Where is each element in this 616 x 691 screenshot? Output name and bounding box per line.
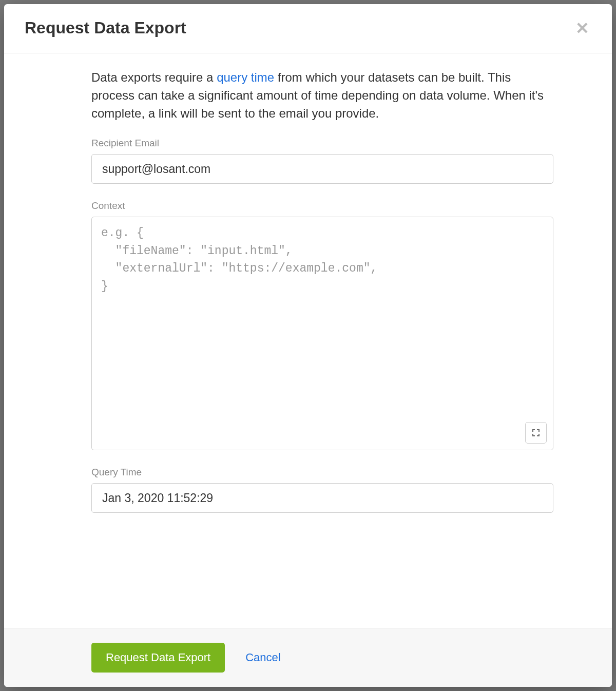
context-form-group: Context [91, 200, 553, 450]
context-area [91, 217, 553, 450]
modal-body: Data exports require a query time from w… [4, 53, 612, 628]
query-time-link[interactable]: query time [217, 70, 274, 84]
modal-header: Request Data Export ✕ [4, 4, 612, 53]
close-icon: ✕ [575, 19, 589, 37]
email-form-group: Recipient Email [91, 138, 553, 184]
context-label: Context [91, 200, 553, 212]
request-export-button[interactable]: Request Data Export [91, 643, 225, 673]
description-text: Data exports require a query time from w… [91, 69, 553, 122]
close-button[interactable]: ✕ [573, 20, 591, 36]
modal-content: Data exports require a query time from w… [91, 69, 553, 513]
query-time-input[interactable] [91, 483, 553, 513]
modal-title: Request Data Export [25, 18, 186, 37]
context-textarea[interactable] [92, 217, 553, 450]
query-time-label: Query Time [91, 467, 553, 478]
description-pre: Data exports require a [91, 70, 217, 84]
expand-button[interactable] [525, 422, 547, 444]
expand-icon [532, 429, 540, 437]
cancel-button[interactable]: Cancel [245, 651, 280, 664]
export-modal: Request Data Export ✕ Data exports requi… [4, 4, 612, 687]
recipient-email-input[interactable] [91, 154, 553, 184]
modal-footer: Request Data Export Cancel [4, 628, 612, 687]
query-time-form-group: Query Time [91, 467, 553, 513]
email-label: Recipient Email [91, 138, 553, 149]
